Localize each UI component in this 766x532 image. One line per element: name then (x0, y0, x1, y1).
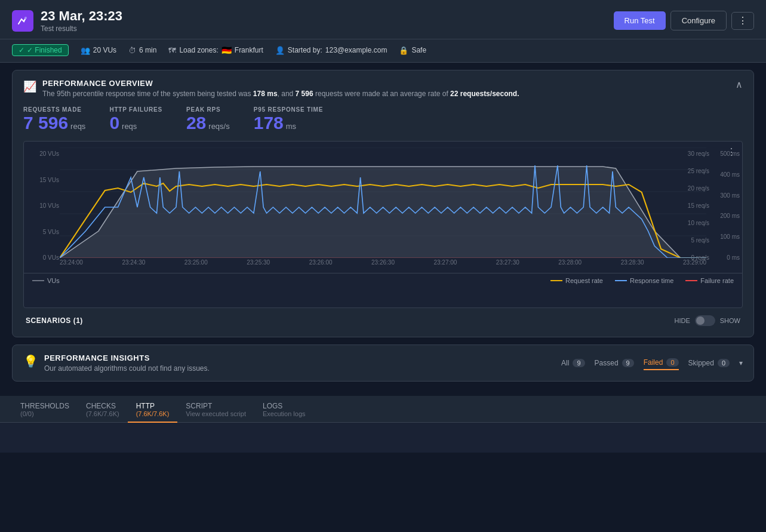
http-failures-value-row: 0reqs (109, 113, 162, 133)
request-rate-legend-label: Request rate (565, 277, 603, 284)
location-value: Frankfurt (235, 46, 263, 54)
tab-http[interactable]: HTTP (7.6K/7.6K) (128, 396, 178, 422)
http-failures-number: 0 (109, 113, 119, 133)
toggle-switch[interactable] (695, 315, 715, 326)
chart-legend: VUs Request rate Response time Failure r… (24, 273, 742, 288)
insights-left: 💡 PERFORMANCE INSIGHTS Our automated alg… (23, 353, 210, 373)
started-by-item: 👤 Started by: 123@example.com (275, 46, 387, 55)
header: 23 Mar, 23:23 Test results Run Test Conf… (0, 0, 766, 39)
tab-checks-label: CHECKS (86, 402, 116, 410)
p95-label: P95 RESPONSE TIME (254, 106, 323, 113)
duration-item: ⏱ 6 min (128, 46, 156, 55)
chart-icon: 📈 (23, 80, 36, 93)
tab-http-sub: (7.6K/7.6K) (136, 410, 170, 417)
peak-rps-unit: reqs/s (208, 122, 229, 131)
filter-all-badge: 9 (573, 359, 585, 367)
svg-point-0 (24, 17, 27, 19)
toggle-knob (696, 316, 705, 325)
lock-icon: 🔒 (399, 46, 408, 55)
tab-thresholds-sub: (0/0) (20, 410, 69, 417)
metric-p95-response: P95 RESPONSE TIME 178ms (254, 106, 323, 133)
filter-passed-label: Passed (595, 359, 619, 367)
tab-script-label: SCRIPT (186, 402, 212, 410)
vu-line-icon (32, 280, 44, 281)
tab-script[interactable]: SCRIPT View executed script (177, 396, 254, 422)
card-title-block: 📈 PERFORMANCE OVERVIEW The 95th percenti… (23, 79, 519, 98)
status-badge: ✓ ✓ Finished (12, 44, 69, 56)
desc-mid: , and (278, 90, 296, 98)
request-rate-line-icon (550, 280, 562, 281)
requests-made-label: REQUESTS MADE (23, 106, 85, 113)
tab-logs-label: LOGS (263, 402, 282, 410)
configure-button[interactable]: Configure (670, 11, 727, 30)
filter-passed-badge: 9 (622, 359, 634, 367)
filter-skipped[interactable]: Skipped 0 (688, 356, 730, 370)
safe-label: Safe (411, 46, 426, 54)
overview-desc: The 95th percentile response time of the… (42, 90, 519, 98)
insights-header: 💡 PERFORMANCE INSIGHTS Our automated alg… (23, 353, 743, 373)
email-value: 123@example.com (325, 46, 387, 54)
tabs-bar: THRESHOLDS (0/0) CHECKS (7.6K/7.6K) HTTP… (0, 396, 766, 423)
peak-rps-value-row: 28reqs/s (186, 113, 230, 133)
filter-all[interactable]: All 9 (561, 356, 585, 370)
metric-requests-made: REQUESTS MADE 7 596reqs (23, 106, 85, 133)
show-label: SHOW (720, 317, 740, 324)
filter-failed-label: Failed (644, 358, 663, 367)
overview-title: PERFORMANCE OVERVIEW (42, 79, 519, 88)
duration-value: 6 min (139, 46, 156, 54)
requests-highlight: 7 596 (296, 90, 313, 98)
chart-svg (60, 147, 706, 258)
clock-icon: ⏱ (128, 46, 136, 55)
y-axis-right-ms: 500 ms 400 ms 300 ms 200 ms 100 ms 0 ms (720, 150, 740, 261)
scenarios-label: SCENARIOS (1) (26, 316, 83, 325)
insights-icon: 💡 (23, 354, 38, 368)
y-axis-right-req: 30 req/s 25 req/s 20 req/s 15 req/s 10 r… (688, 150, 709, 261)
card-title-text: PERFORMANCE OVERVIEW The 95th percentile… (42, 79, 519, 98)
filter-failed[interactable]: Failed 0 (644, 356, 679, 370)
checkmark-icon: ✓ (19, 46, 24, 54)
vu-legend-label: VUs (47, 277, 60, 284)
filter-skipped-label: Skipped (688, 359, 714, 367)
insights-text-block: PERFORMANCE INSIGHTS Our automated algor… (44, 353, 210, 373)
hide-label: HIDE (674, 317, 690, 324)
p95-value-row: 178ms (254, 113, 323, 133)
http-failures-label: HTTP FAILURES (109, 106, 162, 113)
header-left: 23 Mar, 23:23 Test results (12, 8, 122, 33)
map-icon: 🗺 (168, 46, 176, 55)
vus-item: 👥 20 VUs (81, 46, 116, 55)
bottom-area (0, 423, 766, 453)
tab-thresholds-label: THRESHOLDS (20, 402, 69, 410)
tab-http-label: HTTP (136, 402, 155, 410)
k6-logo (12, 10, 33, 32)
http-failures-unit: reqs (122, 122, 137, 131)
more-options-button[interactable]: ⋮ (731, 12, 754, 30)
load-zones-item: 🗺 Load zones: 🇩🇪 Frankfurt (168, 45, 263, 55)
tab-checks-sub: (7.6K/7.6K) (86, 410, 119, 417)
insights-title: PERFORMANCE INSIGHTS (44, 353, 210, 362)
app-container: 23 Mar, 23:23 Test results Run Test Conf… (0, 0, 766, 532)
tab-logs[interactable]: LOGS Execution logs (254, 396, 314, 422)
run-test-button[interactable]: Run Test (614, 11, 666, 30)
filter-passed[interactable]: Passed 9 (595, 356, 634, 370)
legend-failure-rate: Failure rate (685, 277, 734, 284)
metric-http-failures: HTTP FAILURES 0reqs (109, 106, 162, 133)
insights-filters: All 9 Passed 9 Failed 0 Skipped 0 (561, 356, 743, 370)
header-actions: Run Test Configure ⋮ (614, 11, 754, 30)
desc-suffix: requests were made at an average rate of (313, 90, 450, 98)
header-title-block: 23 Mar, 23:23 Test results (41, 8, 122, 33)
tab-thresholds[interactable]: THRESHOLDS (0/0) (12, 396, 78, 422)
collapse-button[interactable]: ∧ (736, 79, 743, 90)
p95-number: 178 (254, 113, 284, 133)
metric-peak-rps: PEAK RPS 28reqs/s (186, 106, 230, 133)
resp-time-highlight: 178 ms (253, 90, 278, 98)
failure-rate-legend-label: Failure rate (700, 277, 734, 284)
requests-made-unit: reqs (70, 122, 85, 131)
tab-checks[interactable]: CHECKS (7.6K/7.6K) (78, 396, 128, 422)
status-bar: ✓ ✓ Finished 👥 20 VUs ⏱ 6 min 🗺 Load zon… (0, 39, 766, 63)
requests-made-value-row: 7 596reqs (23, 113, 85, 133)
toggle-row: HIDE SHOW (674, 315, 740, 326)
p95-unit: ms (286, 122, 296, 131)
response-time-line-icon (615, 280, 627, 281)
filter-all-label: All (561, 359, 569, 367)
x-axis: 23:24:00 23:24:30 23:25:00 23:25:30 23:2… (60, 259, 706, 266)
